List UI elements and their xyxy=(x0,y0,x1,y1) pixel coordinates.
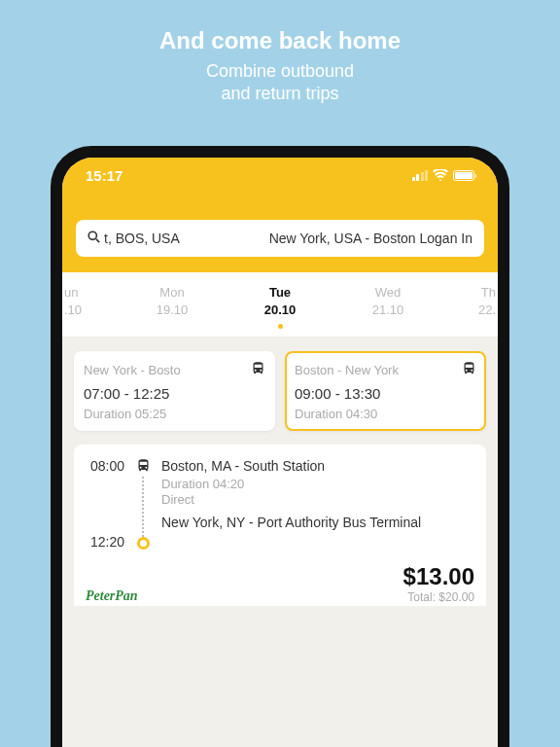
date-indicator-dot xyxy=(278,324,283,329)
svg-point-0 xyxy=(88,231,96,239)
depart-time: 08:00 xyxy=(86,458,124,474)
arrive-station: New York, NY - Port Authority Bus Termin… xyxy=(161,515,474,530)
trip-route-label: New York - Bosto xyxy=(84,363,181,377)
arrival-dot-icon xyxy=(137,537,150,550)
svg-line-1 xyxy=(96,239,99,242)
trip-result-card[interactable]: 08:00 Boston, MA - South Station Duratio… xyxy=(74,445,486,606)
outbound-card[interactable]: New York - Bosto 07:00 - 12:25 Duration … xyxy=(74,351,275,431)
promo-banner: And come back home Combine outbound and … xyxy=(0,0,560,124)
trip-duration: Duration 04:30 xyxy=(295,407,476,421)
content-area: New York - Bosto 07:00 - 12:25 Duration … xyxy=(62,338,498,747)
trip-info: Boston, MA - South Station Duration 04:2… xyxy=(161,458,474,533)
date-item[interactable]: un .10 xyxy=(62,284,119,329)
trip-duration: Duration 05:25 xyxy=(84,407,265,421)
status-icons xyxy=(412,169,475,181)
battery-icon xyxy=(453,170,474,181)
price-row: PeterPan $13.00 Total: $20.00 xyxy=(86,563,474,606)
result-direct: Direct xyxy=(161,492,474,507)
status-bar: 15:17 xyxy=(62,158,498,193)
trip-time: 09:00 - 13:30 xyxy=(295,385,476,402)
promo-subtitle: Combine outbound and return trips xyxy=(0,60,560,106)
trip-direction-cards: New York - Bosto 07:00 - 12:25 Duration … xyxy=(74,351,486,431)
bus-icon xyxy=(462,361,476,378)
total-price: Total: $20.00 xyxy=(403,590,474,604)
date-item[interactable]: Mon 19.10 xyxy=(119,284,227,329)
result-duration: Duration 04:20 xyxy=(161,477,474,491)
status-time: 15:17 xyxy=(86,167,122,184)
header: t, BOS, USA New York, USA - Boston Logan… xyxy=(62,193,498,272)
date-selector[interactable]: un .10 Mon 19.10 Tue 20.10 Wed 21.10 Th … xyxy=(62,272,498,338)
arrive-time: 12:20 xyxy=(86,534,124,550)
trip-route-label: Boston - New York xyxy=(295,363,399,377)
promo-title: And come back home xyxy=(0,27,560,54)
search-icon xyxy=(88,231,100,246)
search-bar[interactable]: t, BOS, USA New York, USA - Boston Logan… xyxy=(76,220,484,257)
return-card-selected[interactable]: Boston - New York 09:00 - 13:30 Duration… xyxy=(285,351,486,431)
device-frame: 15:17 t, BOS, USA New York, USA - Boston… xyxy=(51,146,509,747)
timeline xyxy=(134,458,152,550)
bus-icon xyxy=(251,361,265,378)
app-screen: 15:17 t, BOS, USA New York, USA - Boston… xyxy=(62,158,498,747)
trip-time: 07:00 - 12:25 xyxy=(84,385,265,402)
search-destination: New York, USA - Boston Logan In xyxy=(184,231,472,246)
bus-icon xyxy=(136,458,151,477)
carrier-logo: PeterPan xyxy=(86,588,138,604)
wifi-icon xyxy=(433,169,448,181)
price: $13.00 xyxy=(403,563,474,590)
date-item[interactable]: Th 22. xyxy=(442,284,499,329)
depart-station: Boston, MA - South Station xyxy=(161,458,474,474)
signal-icon xyxy=(412,170,429,181)
date-item-active[interactable]: Tue 20.10 xyxy=(227,284,334,329)
search-origin: t, BOS, USA xyxy=(104,231,180,246)
date-item[interactable]: Wed 21.10 xyxy=(334,284,442,329)
